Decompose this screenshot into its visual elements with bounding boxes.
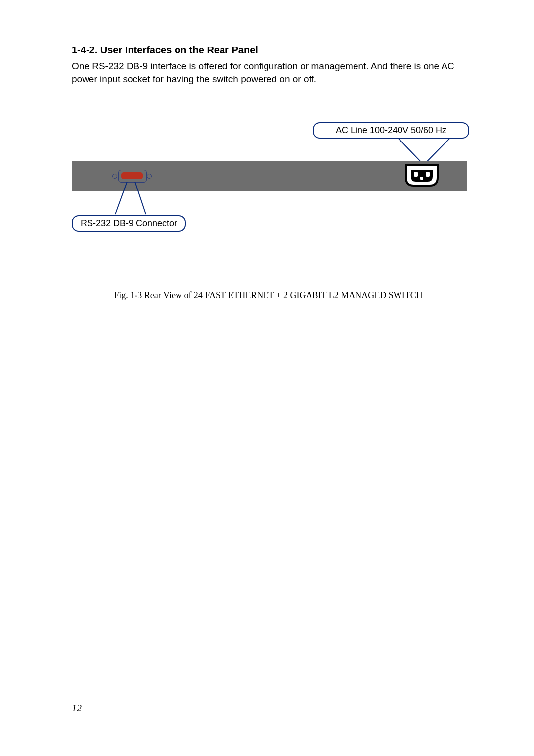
rs-leader-line — [114, 182, 154, 216]
figure-caption: Fig. 1-3 Rear View of 24 FAST ETHERNET +… — [72, 290, 465, 301]
svg-line-5 — [115, 182, 127, 214]
db9-connector-icon — [118, 170, 146, 182]
rear-panel-diagram: AC Line 100-240V 50/60 Hz — [72, 122, 467, 236]
ac-line-label: AC Line 100-240V 50/60 Hz — [313, 122, 469, 139]
section-body: One RS-232 DB-9 interface is offered for… — [72, 60, 465, 85]
svg-line-0 — [398, 138, 421, 162]
svg-line-6 — [135, 182, 146, 214]
svg-rect-2 — [414, 172, 418, 177]
svg-rect-4 — [420, 177, 423, 180]
svg-line-1 — [427, 138, 450, 162]
svg-rect-3 — [426, 172, 430, 177]
rs232-label: RS-232 DB-9 Connector — [72, 215, 186, 232]
ac-socket-icon — [404, 163, 440, 188]
section-heading: 1-4-2. User Interfaces on the Rear Panel — [72, 45, 465, 56]
page-number: 12 — [72, 703, 82, 714]
